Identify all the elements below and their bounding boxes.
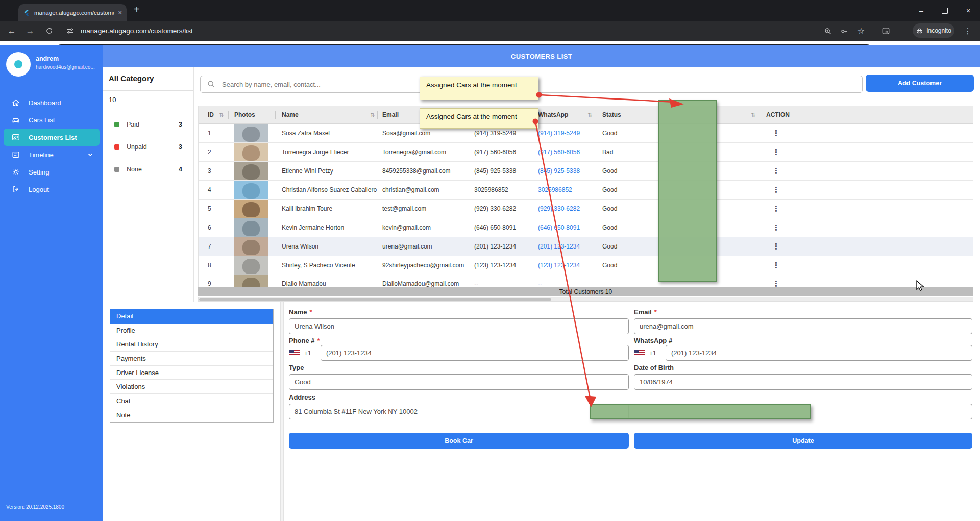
row-actions-menu-icon[interactable]: ⋮ <box>772 181 780 199</box>
sidebar-item-customers-list[interactable]: Customers List <box>4 129 100 146</box>
table-row[interactable]: 3 Etienne Wini Petzy 8459255338@gmail.co… <box>199 162 973 181</box>
row-actions-menu-icon[interactable]: ⋮ <box>772 218 780 237</box>
sidebar-nav: Dashboard Cars List Customers List Timel… <box>0 94 103 198</box>
new-tab-button[interactable]: + <box>134 4 140 15</box>
whatsapp-link[interactable]: (123) 123-1234 <box>538 256 580 275</box>
detail-tab-note[interactable]: Note <box>110 408 273 422</box>
browser-tab[interactable]: manager.alugago.com/custome × <box>18 4 127 21</box>
row-actions-menu-icon[interactable]: ⋮ <box>772 200 780 218</box>
cell-status: Good <box>602 162 617 180</box>
sort-icon[interactable]: ⇅ <box>587 106 592 123</box>
update-button[interactable]: Update <box>634 433 972 449</box>
site-settings-icon[interactable] <box>61 21 79 41</box>
dob-label: Date of Birth <box>634 364 674 371</box>
address-field[interactable] <box>289 404 629 419</box>
horizontal-scrollbar[interactable] <box>198 297 973 302</box>
col-header-name[interactable]: Name <box>282 106 299 123</box>
app-window: manager.alugago.com/custome × + – × ← → … <box>0 0 980 521</box>
cell-status: Good <box>602 218 617 237</box>
table-row[interactable]: 1 Sosa Zafra Maxel Sosa@gmail.com (914) … <box>199 124 973 143</box>
col-header-photos[interactable]: Photos <box>234 106 255 123</box>
url-text[interactable]: manager.alugago.com/customers/list <box>81 21 193 41</box>
maximize-button[interactable] <box>933 0 957 21</box>
cell-id: 7 <box>208 237 211 256</box>
detail-tab-chat[interactable]: Chat <box>110 394 273 408</box>
sidebar-item-dashboard[interactable]: Dashboard <box>4 94 100 111</box>
tooltip-assigned-cars-2: Assigned Cars at the moment <box>420 108 538 129</box>
minimize-button[interactable]: – <box>910 0 933 21</box>
tab-close-icon[interactable]: × <box>118 9 122 16</box>
col-header-whatsapp[interactable]: WhatsApp <box>538 106 568 123</box>
col-header-id[interactable]: ID <box>208 106 214 123</box>
side-panel-icon[interactable] <box>877 21 894 41</box>
detail-tab-driver-license[interactable]: Driver License <box>110 366 273 380</box>
customer-photo <box>234 237 268 256</box>
row-actions-menu-icon[interactable]: ⋮ <box>772 237 780 256</box>
row-actions-menu-icon[interactable]: ⋮ <box>772 124 780 142</box>
row-actions-menu-icon[interactable]: ⋮ <box>772 143 780 161</box>
us-flag-icon[interactable] <box>634 350 645 356</box>
incognito-icon <box>916 27 923 35</box>
find-zoom-icon[interactable] <box>819 21 837 41</box>
whatsapp-field[interactable] <box>666 345 972 361</box>
category-item-paid[interactable]: Paid 3 <box>103 113 193 136</box>
assigned-cars-field-highlight <box>590 404 811 419</box>
category-item-unpaid[interactable]: Unpaid 3 <box>103 136 193 158</box>
detail-tab-profile[interactable]: Profile <box>110 324 273 338</box>
row-actions-menu-icon[interactable]: ⋮ <box>772 256 780 275</box>
sidebar-item-setting[interactable]: Setting <box>4 163 100 181</box>
add-customer-button[interactable]: Add Customer <box>866 75 974 92</box>
table-row[interactable]: 7 Urena Wilson urena@gmail.com (201) 123… <box>199 237 973 256</box>
cell-email: 92shirleypacheco@gmail.com <box>382 256 464 275</box>
detail-tab-violations[interactable]: Violations <box>110 380 273 394</box>
whatsapp-link[interactable]: (929) 330-6282 <box>538 200 580 218</box>
whatsapp-link[interactable]: (201) 123-1234 <box>538 237 580 256</box>
back-button[interactable]: ← <box>3 21 20 41</box>
table-row[interactable]: 6 Kevin Jermaine Horton kevin@gmail.com … <box>199 218 973 237</box>
table-row[interactable]: 2 Torrenegra Jorge Eliecer Torrenegra@gm… <box>199 143 973 162</box>
detail-tab-payments[interactable]: Payments <box>110 352 273 366</box>
table-row[interactable]: 5 Kalil Ibrahim Toure test@gmail.com (92… <box>199 200 973 218</box>
browser-menu-icon[interactable]: ⋮ <box>959 21 976 41</box>
book-car-button[interactable]: Book Car <box>289 433 629 449</box>
dob-field[interactable] <box>634 374 972 390</box>
sidebar-item-cars-list[interactable]: Cars List <box>4 111 100 129</box>
bookmark-star-icon[interactable]: ☆ <box>852 21 870 41</box>
whatsapp-link[interactable]: (917) 560-6056 <box>538 143 580 161</box>
col-header-status[interactable]: Status <box>602 106 621 123</box>
gear-icon <box>11 167 20 177</box>
window-close-button[interactable]: × <box>957 0 980 21</box>
sort-icon[interactable]: ⇅ <box>751 106 755 123</box>
password-key-icon[interactable] <box>836 21 853 41</box>
table-row[interactable]: 8 Shirley, S Pacheco Vicente 92shirleypa… <box>199 256 973 275</box>
email-field[interactable] <box>634 318 972 334</box>
category-item-none[interactable]: None 4 <box>103 158 193 181</box>
whatsapp-link[interactable]: 3025986852 <box>538 181 572 199</box>
detail-tab-detail[interactable]: Detail <box>110 309 273 324</box>
us-flag-icon[interactable] <box>289 350 300 356</box>
scrollbar-thumb[interactable] <box>199 298 551 301</box>
whatsapp-link[interactable]: (845) 925-5338 <box>538 162 580 180</box>
type-field[interactable] <box>289 374 629 390</box>
whatsapp-link[interactable]: (646) 650-8091 <box>538 218 580 237</box>
sidebar-item-timeline[interactable]: Timeline <box>4 146 100 163</box>
incognito-label: Incognito <box>926 27 951 34</box>
table-header: ID ⇅ Photos Name ⇅ Email WhatsApp ⇅ Stat… <box>199 106 973 124</box>
sort-icon[interactable]: ⇅ <box>370 106 375 123</box>
timeline-icon <box>11 150 20 159</box>
whatsapp-link[interactable]: (914) 319-5249 <box>538 124 580 142</box>
avatar[interactable] <box>6 52 31 77</box>
category-color-swatch <box>114 144 119 150</box>
name-field[interactable] <box>289 318 629 334</box>
phone-field[interactable] <box>321 345 629 361</box>
forward-button[interactable]: → <box>21 21 39 41</box>
col-header-email[interactable]: Email <box>382 106 399 123</box>
cell-name: Kalil Ibrahim Toure <box>282 200 332 218</box>
row-actions-menu-icon[interactable]: ⋮ <box>772 162 780 180</box>
reload-button[interactable] <box>40 21 58 41</box>
sort-icon[interactable]: ⇅ <box>219 106 224 123</box>
sidebar-item-logout[interactable]: Logout <box>4 181 100 198</box>
category-count: 3 <box>179 121 182 128</box>
table-row[interactable]: 4 Christian Alfonso Suarez Caballero chr… <box>199 181 973 200</box>
detail-tab-rental-history[interactable]: Rental History <box>110 337 273 352</box>
